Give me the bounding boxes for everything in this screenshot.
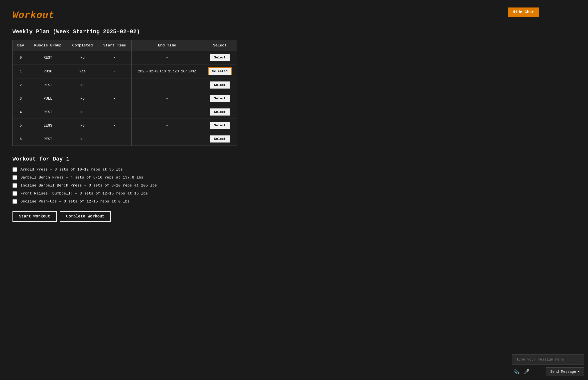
cell-day: 3: [13, 92, 29, 105]
col-header-select: Select: [203, 40, 237, 51]
selected-button[interactable]: Selected: [208, 67, 232, 75]
cell-select: Selected: [203, 64, 237, 78]
exercise-checkbox[interactable]: [12, 183, 17, 188]
exercise-label: Arnold Press – 3 sets of 10-12 reps at 3…: [20, 167, 123, 172]
cell-day: 1: [13, 64, 29, 78]
hide-chat-button[interactable]: Hide Chat: [508, 7, 539, 17]
send-message-button[interactable]: Send Message ➤: [546, 367, 584, 376]
col-header-muscle: Muscle Group: [29, 40, 67, 51]
exercise-list: Arnold Press – 3 sets of 10-12 reps at 3…: [12, 167, 495, 204]
cell-end-time: -: [131, 105, 203, 119]
exercise-item: Barbell Bench Press – 4 sets of 8-10 rep…: [12, 175, 495, 180]
cell-start-time: -: [98, 78, 131, 92]
select-button[interactable]: Select: [210, 81, 230, 89]
exercise-label: Decline Push-Ups – 3 sets of 12-15 reps …: [20, 199, 130, 204]
cell-end-time: -: [131, 119, 203, 132]
table-header-row: Day Muscle Group Completed Start Time En…: [13, 40, 237, 51]
cell-select: Select: [203, 78, 237, 92]
table-row: 0RESTNo--Select: [13, 51, 237, 64]
cell-select: Select: [203, 119, 237, 132]
chat-message-input[interactable]: [512, 354, 584, 365]
start-workout-button[interactable]: Start Workout: [12, 211, 57, 222]
cell-start-time: -: [98, 92, 131, 105]
cell-completed: No: [67, 119, 98, 132]
col-header-completed: Completed: [67, 40, 98, 51]
chat-input-area: 📎 🎤 Send Message ➤: [508, 350, 588, 380]
cell-start-time: -: [98, 105, 131, 119]
cell-select: Select: [203, 132, 237, 146]
chat-icon-buttons: 📎 🎤: [512, 368, 531, 376]
chat-body: [508, 0, 588, 350]
chat-sidebar: Hide Chat 📎 🎤 Send Message ➤: [508, 0, 588, 380]
send-message-label: Send Message: [550, 370, 576, 374]
cell-end-time: -: [131, 78, 203, 92]
microphone-icon-button[interactable]: 🎤: [523, 368, 531, 376]
cell-select: Select: [203, 92, 237, 105]
cell-muscle-group: REST: [29, 105, 67, 119]
cell-muscle-group: REST: [29, 132, 67, 146]
cell-end-time: -: [131, 51, 203, 64]
table-row: 4RESTNo--Select: [13, 105, 237, 119]
exercise-checkbox[interactable]: [12, 175, 17, 180]
attach-icon-button[interactable]: 📎: [512, 368, 520, 376]
col-header-start: Start Time: [98, 40, 131, 51]
cell-day: 4: [13, 105, 29, 119]
col-header-day: Day: [13, 40, 29, 51]
table-row: 2RESTNo--Select: [13, 78, 237, 92]
cell-day: 0: [13, 51, 29, 64]
cell-muscle-group: LEGS: [29, 119, 67, 132]
cell-start-time: -: [98, 119, 131, 132]
table-row: 6RESTNo--Select: [13, 132, 237, 146]
weekly-plan-title: Weekly Plan (Week Starting 2025-02-02): [12, 28, 495, 35]
table-row: 3PULLNo--Select: [13, 92, 237, 105]
cell-muscle-group: REST: [29, 51, 67, 64]
cell-select: Select: [203, 105, 237, 119]
cell-end-time: -: [131, 92, 203, 105]
exercise-checkbox[interactable]: [12, 167, 17, 172]
select-button[interactable]: Select: [210, 135, 230, 143]
exercise-item: Incline Barbell Bench Press – 3 sets of …: [12, 183, 495, 188]
app-container: Workout Weekly Plan (Week Starting 2025-…: [0, 0, 588, 380]
col-header-end: End Time: [131, 40, 203, 51]
cell-completed: No: [67, 132, 98, 146]
cell-day: 5: [13, 119, 29, 132]
cell-day: 6: [13, 132, 29, 146]
cell-select: Select: [203, 51, 237, 64]
cell-start-time: -: [98, 51, 131, 64]
weekly-plan-table: Day Muscle Group Completed Start Time En…: [12, 40, 237, 146]
exercise-checkbox[interactable]: [12, 191, 17, 196]
main-content: Workout Weekly Plan (Week Starting 2025-…: [0, 0, 508, 380]
cell-muscle-group: REST: [29, 78, 67, 92]
cell-end-time: 2025-02-08T19:15:23.104389Z: [131, 64, 203, 78]
send-icon: ➤: [578, 370, 580, 374]
cell-day: 2: [13, 78, 29, 92]
cell-completed: No: [67, 92, 98, 105]
select-button[interactable]: Select: [210, 54, 230, 61]
exercise-item: Arnold Press – 3 sets of 10-12 reps at 3…: [12, 167, 495, 172]
select-button[interactable]: Select: [210, 95, 230, 102]
exercise-label: Incline Barbell Bench Press – 3 sets of …: [20, 183, 157, 188]
exercise-checkbox[interactable]: [12, 199, 17, 204]
cell-completed: No: [67, 105, 98, 119]
cell-completed: No: [67, 51, 98, 64]
exercise-item: Decline Push-Ups – 3 sets of 12-15 reps …: [12, 199, 495, 204]
complete-workout-button[interactable]: Complete Workout: [60, 211, 111, 222]
cell-muscle-group: PUSH: [29, 64, 67, 78]
exercise-label: Barbell Bench Press – 4 sets of 8-10 rep…: [20, 175, 143, 180]
action-buttons: Start Workout Complete Workout: [12, 211, 495, 222]
select-button[interactable]: Select: [210, 122, 230, 129]
select-button[interactable]: Select: [210, 108, 230, 116]
cell-completed: Yes: [67, 64, 98, 78]
cell-muscle-group: PULL: [29, 92, 67, 105]
exercise-label: Front Raises (Dumbbell) – 3 sets of 12-1…: [20, 191, 148, 196]
cell-completed: No: [67, 78, 98, 92]
chat-actions: 📎 🎤 Send Message ➤: [512, 367, 584, 376]
cell-start-time: -: [98, 132, 131, 146]
cell-start-time: -: [98, 64, 131, 78]
exercise-item: Front Raises (Dumbbell) – 3 sets of 12-1…: [12, 191, 495, 196]
workout-day-title: Workout for Day 1: [12, 156, 495, 162]
page-title: Workout: [12, 10, 495, 21]
table-row: 5LEGSNo--Select: [13, 119, 237, 132]
cell-end-time: -: [131, 132, 203, 146]
table-row: 1PUSHYes-2025-02-08T19:15:23.104389ZSele…: [13, 64, 237, 78]
